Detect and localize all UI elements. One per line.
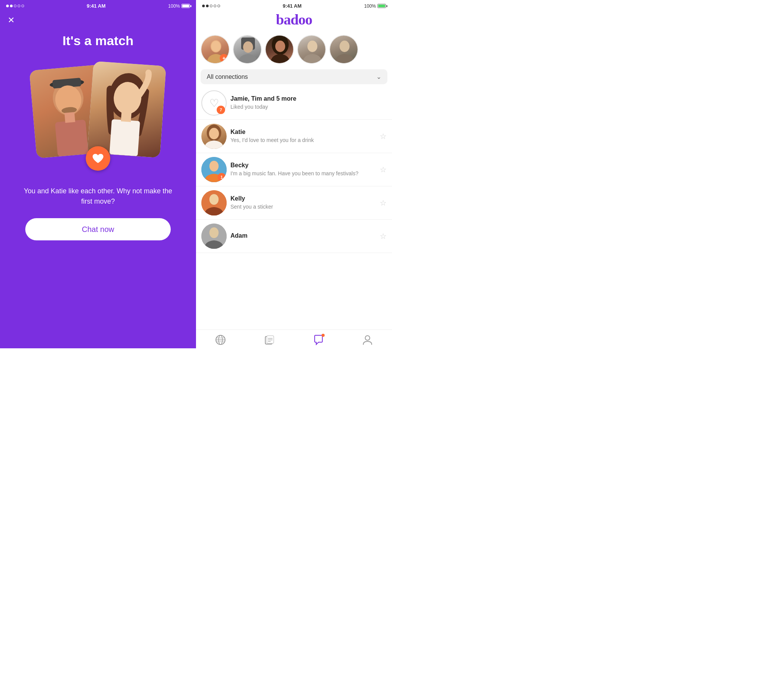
likes-avatar: ♡ 7 bbox=[201, 90, 227, 115]
katie-preview: Yes, I'd love to meet you for a drink bbox=[231, 137, 376, 144]
svg-point-20 bbox=[209, 128, 219, 139]
svg-point-16 bbox=[275, 41, 285, 52]
katie-info: Katie Yes, I'd love to meet you for a dr… bbox=[227, 129, 380, 144]
svg-point-37 bbox=[365, 336, 370, 340]
right-panel: 9:41 AM 100% badoo + bbox=[196, 0, 392, 348]
chat-item-likes[interactable]: ♡ 7 Jamie, Tim and 5 more Liked you toda… bbox=[196, 87, 392, 120]
story-1[interactable]: + bbox=[201, 35, 230, 64]
svg-rect-6 bbox=[64, 112, 75, 123]
match-subtitle: You and Katie like each other. Why not m… bbox=[0, 186, 196, 207]
time-left: 9:41 AM bbox=[87, 3, 105, 9]
story-2[interactable] bbox=[233, 35, 262, 64]
svg-point-22 bbox=[209, 161, 219, 171]
rdot2 bbox=[206, 5, 209, 7]
app-title: badoo bbox=[196, 11, 392, 28]
battery-right: 100% bbox=[364, 3, 386, 9]
dot4 bbox=[18, 5, 20, 7]
becky-info: Becky I'm a big music fan. Have you been… bbox=[227, 162, 380, 178]
likes-info: Jamie, Tim and 5 more Liked you today bbox=[227, 95, 387, 111]
svg-point-12 bbox=[211, 41, 221, 52]
nav-explore[interactable] bbox=[196, 333, 245, 347]
battery-fill-left bbox=[182, 5, 189, 7]
dot2 bbox=[10, 5, 13, 7]
story-5[interactable] bbox=[329, 35, 358, 64]
chat-notification-dot bbox=[321, 334, 324, 337]
nav-chat[interactable] bbox=[294, 333, 343, 347]
cards-icon bbox=[264, 334, 275, 345]
nav-profile[interactable] bbox=[343, 333, 392, 347]
kelly-star-icon[interactable]: ☆ bbox=[380, 198, 387, 208]
likes-badge: 7 bbox=[217, 105, 225, 114]
adam-star-icon[interactable]: ☆ bbox=[380, 232, 387, 241]
svg-rect-33 bbox=[267, 336, 274, 343]
becky-name: Becky bbox=[231, 162, 376, 169]
battery-left: 100% bbox=[168, 3, 190, 9]
becky-star-icon[interactable]: ☆ bbox=[380, 165, 387, 174]
heart-badge bbox=[86, 146, 110, 171]
svg-rect-9 bbox=[109, 119, 140, 156]
chat-item-katie[interactable]: Katie Yes, I'd love to meet you for a dr… bbox=[196, 120, 392, 153]
svg-point-18 bbox=[339, 41, 349, 52]
becky-badge: 1 bbox=[217, 173, 226, 181]
chat-list: ♡ 7 Jamie, Tim and 5 more Liked you toda… bbox=[196, 87, 392, 330]
filter-bar[interactable]: All connections ⌄ bbox=[201, 69, 387, 84]
status-bar-left: 9:41 AM 100% bbox=[0, 0, 196, 10]
chat-item-kelly[interactable]: Kelly Sent you a sticker ☆ bbox=[196, 186, 392, 220]
story-photo-2 bbox=[234, 36, 261, 63]
kelly-name: Kelly bbox=[231, 195, 376, 202]
explore-icon bbox=[215, 334, 226, 345]
story-photo-3 bbox=[266, 36, 293, 63]
dot1 bbox=[6, 5, 9, 7]
story-photo-4 bbox=[298, 36, 325, 63]
chat-now-button[interactable]: Chat now bbox=[25, 218, 171, 241]
svg-rect-5 bbox=[55, 119, 89, 157]
likes-preview: Liked you today bbox=[231, 103, 383, 111]
signal-dots-left bbox=[6, 5, 24, 7]
rdot3 bbox=[210, 5, 212, 7]
bottom-nav bbox=[196, 330, 392, 348]
match-photos bbox=[29, 60, 167, 167]
becky-avatar: 1 bbox=[201, 157, 227, 182]
kelly-info: Kelly Sent you a sticker bbox=[227, 195, 380, 211]
dot3 bbox=[14, 5, 16, 7]
story-4[interactable] bbox=[297, 35, 326, 64]
svg-rect-10 bbox=[121, 111, 132, 122]
chevron-down-icon: ⌄ bbox=[376, 73, 381, 81]
battery-icon-left bbox=[181, 4, 190, 8]
close-button[interactable]: ✕ bbox=[8, 15, 15, 25]
rdot1 bbox=[202, 5, 205, 7]
svg-point-14 bbox=[243, 41, 253, 53]
story-photo-5 bbox=[330, 36, 357, 63]
signal-dots-right bbox=[202, 5, 220, 7]
battery-icon-right bbox=[377, 4, 386, 8]
rdot4 bbox=[214, 5, 216, 7]
chat-item-adam[interactable]: Adam ☆ bbox=[196, 220, 392, 253]
chat-item-becky[interactable]: 1 Becky I'm a big music fan. Have you be… bbox=[196, 153, 392, 186]
rdot5 bbox=[217, 5, 220, 7]
profile-icon bbox=[362, 334, 373, 345]
match-title: It's a match bbox=[63, 33, 133, 48]
woman-photo bbox=[87, 61, 166, 158]
time-right: 9:41 AM bbox=[283, 3, 301, 9]
becky-preview: I'm a big music fan. Have you been to ma… bbox=[231, 170, 376, 178]
katie-star-icon[interactable]: ☆ bbox=[380, 132, 387, 141]
kelly-avatar bbox=[201, 190, 227, 216]
dot5 bbox=[21, 5, 24, 7]
nav-cards[interactable] bbox=[245, 333, 294, 347]
chat-now-label: Chat now bbox=[82, 225, 114, 234]
filter-label: All connections bbox=[207, 74, 248, 81]
adam-name: Adam bbox=[231, 232, 376, 239]
photo-card-woman bbox=[87, 61, 166, 158]
stories-row: + bbox=[196, 32, 392, 67]
story-3[interactable] bbox=[265, 35, 294, 64]
katie-avatar bbox=[201, 124, 227, 149]
adam-avatar bbox=[201, 224, 227, 249]
kelly-preview: Sent you a sticker bbox=[231, 203, 376, 211]
battery-fill-right bbox=[378, 5, 385, 7]
status-bar-right: 9:41 AM 100% bbox=[196, 0, 392, 10]
katie-name: Katie bbox=[231, 129, 376, 135]
left-panel: 9:41 AM 100% ✕ It's a match bbox=[0, 0, 196, 348]
svg-point-26 bbox=[209, 227, 219, 238]
story-add-button[interactable]: + bbox=[220, 54, 228, 63]
svg-point-17 bbox=[307, 41, 317, 52]
